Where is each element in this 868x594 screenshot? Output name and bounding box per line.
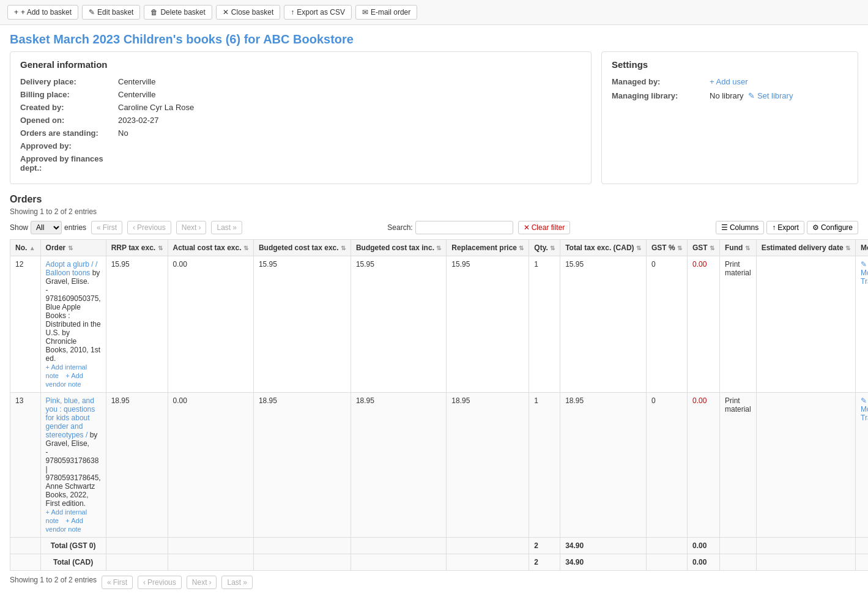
configure-button[interactable]: ⚙ Configure xyxy=(807,221,858,234)
col-qty[interactable]: Qty. ⇅ xyxy=(529,240,560,256)
total-row-1: Total (CAD) 2 34.90 0.00 xyxy=(10,554,869,571)
entries-label: entries xyxy=(64,223,86,232)
edit-basket-button[interactable]: ✎ Edit basket xyxy=(82,5,140,20)
col-no[interactable]: No. ▲ xyxy=(10,240,41,256)
toolbar: + + Add to basket ✎ Edit basket 🗑 Delete… xyxy=(0,0,868,25)
last-button-bottom[interactable]: Last » xyxy=(221,576,252,589)
col-gst-pct[interactable]: GST % ⇅ xyxy=(646,240,687,256)
col-budgeted-exc[interactable]: Budgeted cost tax exc. ⇅ xyxy=(253,240,351,256)
export-icon: ↑ xyxy=(291,8,294,17)
order-title-link-1[interactable]: Pink, blue, and you : questions for kids… xyxy=(46,396,95,439)
cell-no-1: 13 xyxy=(10,393,41,538)
cell-order-1: Pink, blue, and you : questions for kids… xyxy=(40,393,106,538)
last-icon: » xyxy=(232,223,237,232)
cell-qty-0: 1 xyxy=(529,256,560,393)
billing-place-value: Centerville xyxy=(118,90,155,99)
approved-by-row: Approved by: xyxy=(20,141,581,150)
total-label-0: Total (GST 0) xyxy=(40,538,106,554)
previous-label-bottom: Previous xyxy=(147,578,176,587)
edit-basket-label: Edit basket xyxy=(97,8,133,17)
col-budgeted-inc[interactable]: Budgeted cost tax inc. ⇅ xyxy=(351,240,446,256)
sort-icon-rrp: ⇅ xyxy=(158,245,163,251)
clear-filter-label: Clear filter xyxy=(532,223,565,232)
showing-text-bottom: Showing 1 to 2 of 2 entries xyxy=(10,576,97,584)
set-library-link[interactable]: ✎ Set library xyxy=(748,91,793,100)
chevron-right-icon-bottom: › xyxy=(209,578,211,587)
previous-button-top[interactable]: ‹ Previous xyxy=(127,221,171,234)
managed-by-row: Managed by: + Add user xyxy=(612,77,848,86)
col-replacement[interactable]: Replacement price ⇅ xyxy=(447,240,529,256)
set-library-label: Set library xyxy=(757,91,793,100)
col-fund[interactable]: Fund ⇅ xyxy=(719,240,756,256)
export-icon2: ↑ xyxy=(772,223,776,232)
cell-gst-pct-1: 0 xyxy=(646,393,687,538)
plus-icon: + xyxy=(14,8,18,17)
search-input[interactable] xyxy=(415,221,513,234)
clear-filter-button[interactable]: ✕ Clear filter xyxy=(518,221,571,234)
edit-link-1[interactable]: ✎ Edit xyxy=(861,396,868,405)
add-basket-button[interactable]: + + Add to basket xyxy=(7,5,78,20)
total-gst-0: 0.00 xyxy=(687,538,719,554)
opened-on-value: 2023-02-27 xyxy=(118,116,159,125)
close-basket-button[interactable]: ✕ Close basket xyxy=(216,5,280,20)
modify-transfer-link-1[interactable]: Modify Transfer xyxy=(861,405,868,422)
total-gst-pct-0 xyxy=(646,538,687,554)
created-by-label: Created by: xyxy=(20,103,118,112)
previous-label: Previous xyxy=(137,223,166,232)
export-button[interactable]: ↑ Export xyxy=(766,221,804,234)
email-order-button[interactable]: ✉ E-mail order xyxy=(355,5,417,20)
delete-basket-button[interactable]: 🗑 Delete basket xyxy=(144,5,212,20)
total-empty-0 xyxy=(10,538,41,554)
col-order[interactable]: Order ⇅ xyxy=(40,240,106,256)
billing-place-label: Billing place: xyxy=(20,90,118,99)
search-box: Search: xyxy=(387,221,513,234)
opened-on-row: Opened on: 2023-02-27 xyxy=(20,116,581,125)
export-csv-button[interactable]: ↑ Export as CSV xyxy=(284,5,352,20)
approved-by-label: Approved by: xyxy=(20,141,118,150)
next-label-bottom: Next xyxy=(192,578,207,587)
col-gst[interactable]: GST ⇅ xyxy=(687,240,719,256)
cell-delivery-1 xyxy=(756,393,855,538)
total-rrp-0 xyxy=(106,538,168,554)
no-library-text: No library xyxy=(710,91,744,100)
orders-standing-row: Orders are standing: No xyxy=(20,128,581,138)
next-button-bottom[interactable]: Next › xyxy=(187,576,217,589)
cell-order-0: Adopt a glurb / / Balloon toons by Grave… xyxy=(40,256,106,393)
export-csv-label: Export as CSV xyxy=(297,8,345,17)
col-actual-cost[interactable]: Actual cost tax exc. ⇅ xyxy=(168,240,253,256)
col-rrp[interactable]: RRP tax exc. ⇅ xyxy=(106,240,168,256)
orders-standing-value: No xyxy=(118,128,128,138)
showing-text-top: Showing 1 to 2 of 2 entries xyxy=(10,207,858,216)
orders-table: No. ▲ Order ⇅ RRP tax exc. ⇅ Actual cost… xyxy=(10,239,868,571)
previous-button-bottom[interactable]: ‹ Previous xyxy=(138,576,182,589)
show-label: Show xyxy=(10,223,28,232)
first-button-bottom[interactable]: « First xyxy=(102,576,133,589)
sort-icon-gst-pct: ⇅ xyxy=(677,245,682,251)
sort-icon-no: ▲ xyxy=(29,245,35,251)
edit-icon-small: ✎ xyxy=(748,91,755,100)
add-user-link[interactable]: + Add user xyxy=(710,77,748,86)
first-icon: « xyxy=(97,223,101,232)
last-button-top[interactable]: Last » xyxy=(211,221,242,234)
show-entries-select[interactable]: All 10 25 50 100 xyxy=(31,221,62,234)
col-total[interactable]: Total tax exc. (CAD) ⇅ xyxy=(560,240,647,256)
col-est-delivery[interactable]: Estimated delivery date ⇅ xyxy=(756,240,855,256)
columns-icon: ☰ xyxy=(721,223,728,232)
cell-no-0: 12 xyxy=(10,256,41,393)
export-label: Export xyxy=(777,223,799,232)
last-icon-bottom: » xyxy=(243,578,247,587)
modify-transfer-link-0[interactable]: Modify Transfer xyxy=(861,269,868,286)
total-qty-1: 2 xyxy=(529,554,560,571)
total-row-0: Total (GST 0) 2 34.90 0.00 xyxy=(10,538,869,554)
columns-button[interactable]: ☰ Columns xyxy=(716,221,764,234)
configure-label: Configure xyxy=(821,223,853,232)
bookstore-link[interactable]: ABC Bookstore xyxy=(263,32,354,46)
right-controls: ☰ Columns ↑ Export ⚙ Configure xyxy=(716,221,858,234)
cell-rrp-0: 15.95 xyxy=(106,256,168,393)
first-button-top[interactable]: « First xyxy=(91,221,122,234)
total-gst-1: 0.00 xyxy=(687,554,719,571)
order-title-link-0[interactable]: Adopt a glurb / / Balloon toons xyxy=(46,260,98,277)
next-button-top[interactable]: Next › xyxy=(176,221,207,234)
general-info-heading: General information xyxy=(20,59,581,70)
edit-link-0[interactable]: ✎ Edit xyxy=(861,260,868,269)
